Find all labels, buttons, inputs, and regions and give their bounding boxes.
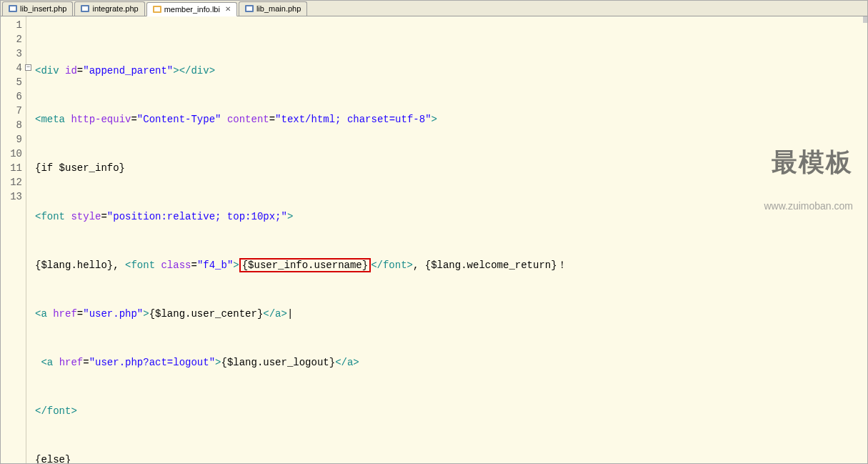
php-file-icon <box>9 4 17 13</box>
tab-label: lib_insert.php <box>20 4 66 13</box>
code-line: <font style="position:relative; top:10px… <box>35 209 867 224</box>
editor-tabs: lib_insert.php integrate.php member_info… <box>1 1 867 16</box>
code-line: <a href="user.php">{$lang.user_center}</… <box>35 307 867 321</box>
tab-label: lib_main.php <box>256 4 301 13</box>
svg-rect-7 <box>246 6 252 11</box>
code-line: {$lang.hello}, <font class="f4_b">{$user… <box>35 258 867 272</box>
line-number: 10 <box>1 147 22 161</box>
tab-member-info[interactable]: member_info.lbi ✕ <box>146 2 237 16</box>
line-number: 1 <box>1 18 22 32</box>
tab-lib-insert[interactable]: lib_insert.php <box>2 1 73 16</box>
lbi-file-icon <box>153 5 161 14</box>
tab-integrate[interactable]: integrate.php <box>74 1 144 16</box>
svg-rect-1 <box>10 6 16 11</box>
tab-lib-main[interactable]: lib_main.php <box>239 1 307 16</box>
line-number: 8 <box>1 118 22 132</box>
line-number: 6 <box>1 89 22 104</box>
highlighted-variable: {$user_info.username} <box>239 258 371 272</box>
code-line: </font> <box>35 404 867 418</box>
code-line: <a href="user.php?act=logout">{$lang.use… <box>35 355 867 370</box>
svg-rect-3 <box>82 6 88 11</box>
php-file-icon <box>245 4 254 13</box>
line-number: 11 <box>1 161 22 175</box>
line-number: 4− <box>1 61 22 75</box>
line-number: 12 <box>1 175 22 189</box>
line-number: 3 <box>1 46 22 61</box>
code-editor[interactable]: 1 2 3 4− 5 6 7 8 9 10 11 12 13 <div id="… <box>1 16 867 463</box>
code-line: {else} <box>35 453 867 464</box>
tab-label: integrate.php <box>92 4 138 13</box>
line-number: 13 <box>1 189 22 204</box>
scrollbar[interactable] <box>863 16 867 23</box>
line-number: 9 <box>1 132 22 147</box>
watermark-url: www.zuimoban.com <box>764 200 854 212</box>
watermark-title: 最模板 <box>764 145 854 180</box>
close-icon[interactable]: ✕ <box>225 5 231 13</box>
line-number: 7 <box>1 104 22 118</box>
line-number-gutter: 1 2 3 4− 5 6 7 8 9 10 11 12 13 <box>1 16 26 463</box>
line-number: 5 <box>1 75 22 89</box>
code-area[interactable]: <div id="append_parent"></div> <meta htt… <box>26 16 867 463</box>
code-line: {if $user_info} <box>35 161 867 175</box>
watermark: 最模板 www.zuimoban.com <box>764 122 854 235</box>
line-number: 2 <box>1 32 22 46</box>
svg-rect-5 <box>154 7 160 11</box>
tab-label: member_info.lbi <box>164 5 220 14</box>
code-line: <div id="append_parent"></div> <box>35 64 867 78</box>
php-file-icon <box>81 4 89 13</box>
code-line: <meta http-equiv="Content-Type" content=… <box>35 112 867 127</box>
